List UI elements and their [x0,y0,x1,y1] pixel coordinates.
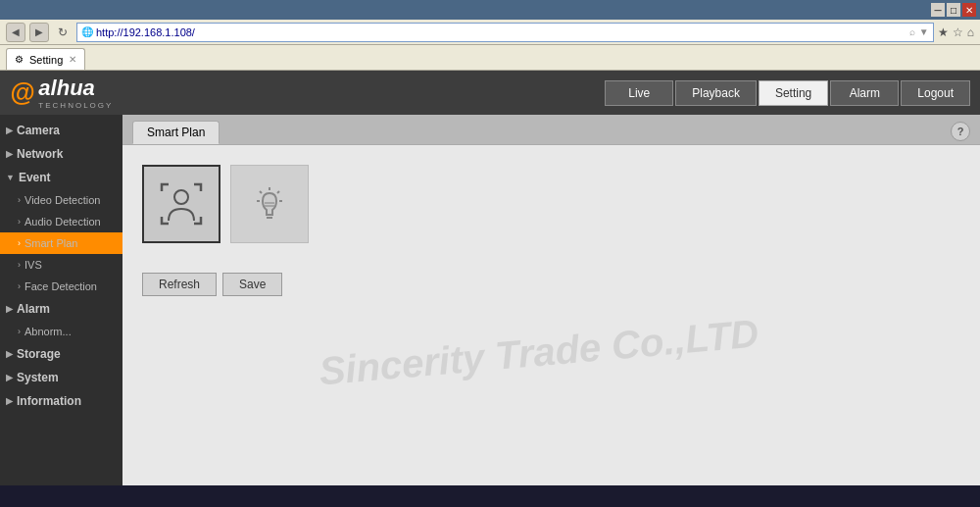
main-content: Smart Plan ? [122,115,980,485]
app-container: @ alhua TECHNOLOGY Live Playback Setting… [0,71,980,485]
sidebar-item-abnorm[interactable]: › Abnorm... [0,321,122,342]
app-header: @ alhua TECHNOLOGY Live Playback Setting… [0,71,980,115]
sidebar-item-face-detection[interactable]: › Face Detection [0,276,122,297]
content-body: Refresh Save [122,145,980,485]
tab-smart-plan[interactable]: Smart Plan [132,121,220,144]
address-icon: 🌐 [81,26,93,37]
chevron-video-icon: › [18,195,21,205]
nav-logout-button[interactable]: Logout [901,80,970,106]
smart-light-icon [245,179,294,228]
refresh-button[interactable]: Refresh [142,273,217,296]
sidebar-item-system[interactable]: ▶ System [0,366,122,389]
header-nav: Live Playback Setting Alarm Logout [605,80,970,106]
sidebar-item-storage[interactable]: ▶ Storage [0,342,122,366]
chevron-face-icon: › [18,281,21,291]
forward-button[interactable]: ▶ [29,23,49,42]
bookmark-star-icon[interactable]: ★ [938,25,949,39]
chevron-audio-icon: › [18,217,21,227]
sidebar-item-video-detection[interactable]: › Video Detection [0,189,122,211]
svg-line-7 [277,191,279,193]
sidebar-item-information[interactable]: ▶ Information [0,389,122,413]
chevron-abnorm-icon: › [18,327,21,336]
logo-text: alhua [38,76,94,100]
content-tabs: Smart Plan ? [122,115,980,145]
maximize-button[interactable]: □ [947,3,960,17]
smart-plan-face-box[interactable] [142,165,220,243]
sidebar-item-camera[interactable]: ▶ Camera [0,119,122,142]
chevron-down-event-icon: ▼ [6,173,15,182]
sidebar-item-alarm[interactable]: ▶ Alarm [0,297,122,321]
sidebar-item-ivs[interactable]: › IVS [0,254,122,276]
app-logo: @ alhua TECHNOLOGY [10,76,113,110]
chevron-right-icon: ▶ [6,126,13,135]
sidebar-item-network[interactable]: ▶ Network [0,142,122,166]
chevron-right-network-icon: ▶ [6,149,13,159]
help-button[interactable]: ? [951,122,970,141]
sidebar-label-event: Event [19,171,51,184]
sidebar-label-video-detection: Video Detection [24,194,100,206]
svg-line-6 [260,191,262,193]
bookmark-home-icon[interactable]: ⌂ [967,25,974,39]
sidebar-label-network: Network [17,147,63,161]
nav-bar: ◀ ▶ ↻ 🌐 ⌕ ▼ ★ ☆ ⌂ [0,20,980,45]
nav-setting-button[interactable]: Setting [759,80,828,106]
tab-close-button[interactable]: ✕ [69,54,76,65]
sidebar-label-alarm: Alarm [17,302,50,316]
tab-title: Setting [29,54,63,66]
refresh-button[interactable]: ↻ [53,23,73,42]
sidebar-item-audio-detection[interactable]: › Audio Detection [0,211,122,232]
content-actions: Refresh Save [142,273,960,296]
sidebar-label-storage: Storage [17,347,61,361]
close-button[interactable]: ✕ [962,3,976,17]
chevron-ivs-icon: › [18,260,21,270]
chevron-storage-icon: ▶ [6,349,13,359]
back-button[interactable]: ◀ [6,23,25,42]
logo-icon: @ [10,77,34,108]
app-body: ▶ Camera ▶ Network ▼ Event › Video Detec… [0,115,980,485]
nav-alarm-button[interactable]: Alarm [830,80,899,106]
logo-sub: TECHNOLOGY [38,101,113,110]
active-tab[interactable]: ⚙ Setting ✕ [6,48,85,70]
sidebar: ▶ Camera ▶ Network ▼ Event › Video Detec… [0,115,122,485]
sidebar-label-audio-detection: Audio Detection [24,216,101,228]
address-input[interactable] [96,26,906,38]
tab-bar: ⚙ Setting ✕ [0,45,980,71]
sidebar-label-ivs: IVS [24,259,42,271]
face-detection-icon [157,179,206,228]
nav-playback-button[interactable]: Playback [675,80,757,106]
sidebar-label-information: Information [17,394,81,408]
sidebar-item-event[interactable]: ▼ Event [0,166,122,189]
smart-plan-light-box[interactable] [230,165,309,243]
sidebar-item-smart-plan[interactable]: › Smart Plan [0,232,122,254]
chevron-alarm-icon: ▶ [6,304,13,314]
chevron-system-icon: ▶ [6,373,13,382]
address-search-icon[interactable]: ⌕ [909,26,915,37]
chevron-info-icon: ▶ [6,396,13,406]
sidebar-label-camera: Camera [17,124,60,137]
title-bar: ─ □ ✕ [0,0,980,20]
tab-favicon: ⚙ [15,54,24,65]
save-button[interactable]: Save [222,273,282,296]
sidebar-label-smart-plan: Smart Plan [24,237,77,249]
minimize-button[interactable]: ─ [931,3,945,17]
smart-plan-icons [142,165,960,243]
address-dropdown-icon[interactable]: ▼ [919,26,929,37]
window-controls: ─ □ ✕ [931,3,976,17]
sidebar-label-system: System [17,371,59,384]
chevron-smart-icon: › [18,238,21,248]
svg-point-0 [174,190,188,204]
address-bar-wrap: 🌐 ⌕ ▼ [76,23,934,42]
sidebar-label-face-detection: Face Detection [24,280,97,292]
nav-live-button[interactable]: Live [605,80,673,106]
sidebar-label-abnorm: Abnorm... [24,326,72,337]
bookmark-add-icon[interactable]: ☆ [953,25,963,39]
